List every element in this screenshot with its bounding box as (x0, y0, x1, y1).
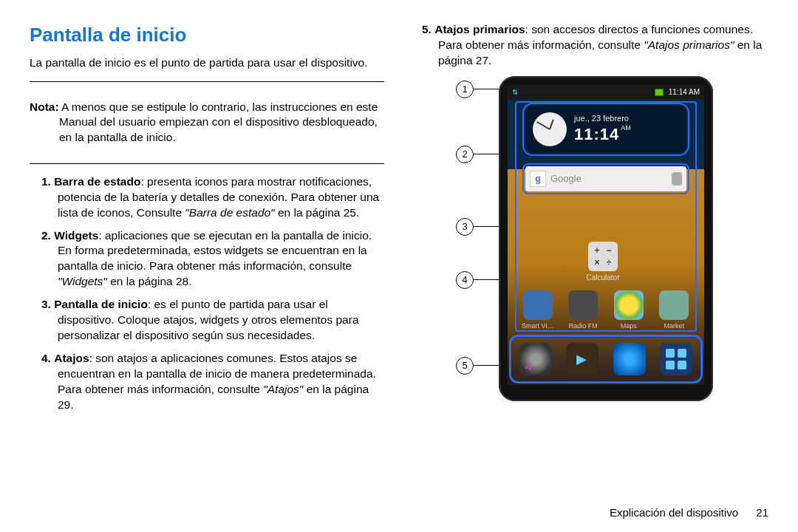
wifi-icon: ⇅ (512, 87, 518, 98)
clock-ampm: AM (621, 124, 631, 132)
search-placeholder: Google (550, 172, 672, 185)
phone-diagram: 1 2 3 4 5 ⇅ 11:14 AM (410, 76, 728, 401)
note-box: Nota: A menos que se estipule lo contrar… (30, 81, 384, 164)
music-icon (519, 343, 552, 375)
callout-1: 1 (456, 81, 474, 98)
note-label: Nota: (30, 100, 59, 113)
maps-icon (614, 290, 644, 320)
market-icon (659, 290, 689, 320)
shortcut-smartview: Smart Vi… (517, 290, 559, 330)
browser-icon (613, 343, 646, 375)
callout-5: 5 (456, 357, 474, 375)
video-icon (566, 343, 598, 375)
clock-widget: jue., 23 febrero 11:14AM (525, 106, 686, 153)
note-body: A menos que se estipule lo contrario, la… (59, 100, 378, 144)
radio-icon (568, 290, 598, 320)
item-barra-estado: 1. Barra de estado: presenta iconos para… (58, 174, 384, 221)
footer-page-number: 21 (756, 506, 768, 519)
status-time: 11:14 AM (669, 88, 700, 96)
callout-2: 2 (456, 146, 474, 163)
footer-section-name: Explicación del dispositivo (610, 506, 738, 519)
definition-list-cont: 5. Atajos primarios: son accesos directo… (410, 22, 768, 69)
smartview-icon (523, 290, 553, 320)
search-widget: g Google (525, 166, 686, 191)
calculator-icon: +−×÷ (588, 242, 618, 271)
item-atajos-primarios: 5. Atajos primarios: son accesos directo… (438, 22, 768, 69)
shortcut-row: Smart Vi… Radio FM Maps Market (515, 290, 697, 330)
status-bar: ⇅ 11:14 AM (508, 85, 704, 100)
shortcut-maps: Maps (608, 290, 649, 330)
item-atajos: 4. Atajos: son atajos a aplicaciones com… (58, 351, 384, 413)
item-pantalla-inicio: 3. Pantalla de inicio: es el punto de pa… (58, 297, 384, 344)
clock-date: jue., 23 febrero (574, 113, 631, 124)
page-footer: Explicación del dispositivo 21 (610, 506, 768, 519)
battery-icon (655, 89, 664, 96)
apps-icon (660, 343, 692, 375)
phone-frame: ⇅ 11:14 AM jue., 23 febrero 11:14AM (499, 76, 713, 401)
phone-screen: ⇅ 11:14 AM jue., 23 febrero 11:14AM (508, 85, 704, 385)
note-paragraph: Nota: A menos que se estipule lo contrar… (30, 100, 384, 146)
clock-face-icon (533, 112, 567, 146)
section-heading: Pantalla de inicio (30, 22, 384, 48)
callout-4: 4 (456, 271, 474, 289)
calculator-label: Calculator (577, 273, 629, 283)
google-icon: g (530, 171, 546, 187)
item-widgets: 2. Widgets: aplicaciones que se ejecutan… (58, 228, 384, 290)
definition-list: 1. Barra de estado: presenta iconos para… (30, 174, 384, 413)
callout-3: 3 (456, 218, 474, 236)
intro-text: La pantalla de inicio es el punto de par… (30, 55, 384, 71)
shortcut-radiofm: Radio FM (562, 290, 604, 330)
primary-shortcut-dock (512, 338, 700, 381)
shortcut-market: Market (653, 290, 695, 330)
clock-time: 11:14 (574, 125, 619, 143)
mic-icon (672, 172, 682, 185)
calculator-shortcut: +−×÷ Calculator (577, 242, 629, 283)
